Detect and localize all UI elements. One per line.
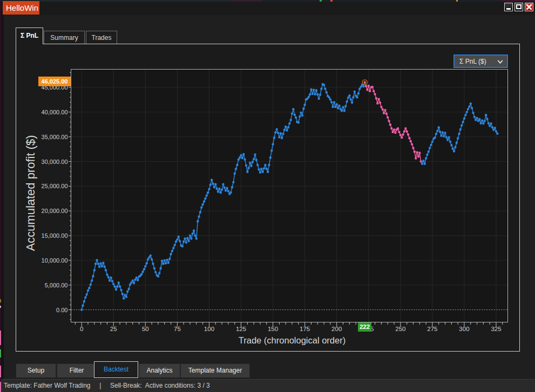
- svg-text:0: 0: [80, 326, 83, 332]
- svg-text:Accumulated profit ($): Accumulated profit ($): [24, 135, 37, 251]
- svg-text:150: 150: [268, 326, 278, 332]
- svg-text:125: 125: [236, 326, 246, 332]
- svg-text:325: 325: [491, 326, 501, 332]
- svg-text:10,000.00: 10,000.00: [42, 257, 68, 264]
- svg-text:75: 75: [174, 326, 181, 332]
- svg-text:Trade (chronological order): Trade (chronological order): [239, 335, 346, 345]
- svg-text:30,000.00: 30,000.00: [42, 159, 68, 165]
- svg-text:50: 50: [142, 326, 149, 332]
- svg-text:5,000.00: 5,000.00: [45, 282, 68, 288]
- svg-text:200: 200: [331, 326, 342, 332]
- svg-text:40,000.00: 40,000.00: [42, 109, 68, 115]
- svg-text:300: 300: [459, 326, 469, 332]
- svg-text:20,000.00: 20,000.00: [42, 208, 68, 214]
- svg-text:25,000.00: 25,000.00: [42, 183, 68, 189]
- svg-text:35,000.00: 35,000.00: [42, 134, 68, 140]
- svg-text:275: 275: [427, 326, 437, 332]
- svg-text:250: 250: [395, 326, 405, 332]
- svg-text:25: 25: [110, 326, 117, 332]
- svg-text:175: 175: [300, 326, 310, 332]
- svg-text:0.00: 0.00: [56, 307, 67, 313]
- svg-text:15,000.00: 15,000.00: [42, 232, 68, 239]
- svg-text:100: 100: [204, 326, 214, 332]
